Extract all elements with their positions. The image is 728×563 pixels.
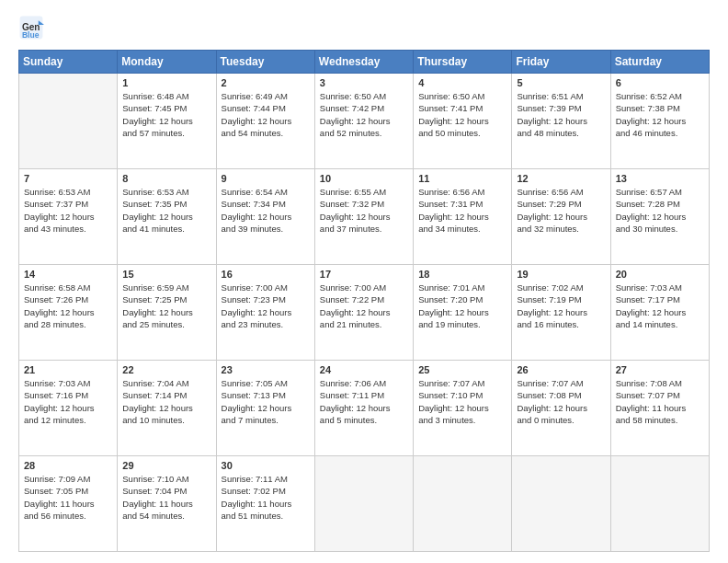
day-number: 5	[517, 77, 605, 88]
calendar-cell: 11Sunrise: 6:56 AM Sunset: 7:31 PM Dayli…	[414, 169, 512, 265]
weekday-header-row: SundayMondayTuesdayWednesdayThursdayFrid…	[19, 51, 710, 74]
week-row: 21Sunrise: 7:03 AM Sunset: 7:16 PM Dayli…	[19, 361, 710, 456]
day-number: 28	[24, 460, 112, 471]
day-number: 15	[122, 269, 210, 280]
calendar-cell: 8Sunrise: 6:53 AM Sunset: 7:35 PM Daylig…	[118, 169, 216, 265]
day-number: 25	[418, 364, 506, 375]
day-number: 4	[418, 77, 506, 88]
weekday-header: Sunday	[19, 51, 118, 74]
calendar-cell: 29Sunrise: 7:10 AM Sunset: 7:04 PM Dayli…	[118, 456, 216, 552]
calendar-cell: 16Sunrise: 7:00 AM Sunset: 7:23 PM Dayli…	[216, 265, 314, 361]
day-info: Sunrise: 7:01 AM Sunset: 7:20 PM Dayligh…	[418, 282, 506, 330]
day-info: Sunrise: 7:03 AM Sunset: 7:16 PM Dayligh…	[24, 377, 112, 426]
day-number: 13	[616, 173, 704, 184]
day-info: Sunrise: 7:07 AM Sunset: 7:10 PM Dayligh…	[418, 377, 506, 426]
calendar-cell: 14Sunrise: 6:58 AM Sunset: 7:26 PM Dayli…	[19, 265, 118, 361]
day-info: Sunrise: 7:09 AM Sunset: 7:05 PM Dayligh…	[24, 473, 112, 522]
week-row: 28Sunrise: 7:09 AM Sunset: 7:05 PM Dayli…	[19, 456, 710, 552]
day-number: 22	[122, 364, 210, 375]
calendar-cell	[414, 456, 512, 552]
day-info: Sunrise: 6:50 AM Sunset: 7:41 PM Dayligh…	[418, 90, 506, 139]
day-info: Sunrise: 7:02 AM Sunset: 7:19 PM Dayligh…	[517, 282, 605, 330]
calendar-cell: 6Sunrise: 6:52 AM Sunset: 7:38 PM Daylig…	[610, 74, 709, 169]
day-info: Sunrise: 6:50 AM Sunset: 7:42 PM Dayligh…	[320, 90, 408, 139]
day-info: Sunrise: 7:10 AM Sunset: 7:04 PM Dayligh…	[122, 473, 210, 522]
day-info: Sunrise: 6:53 AM Sunset: 7:37 PM Dayligh…	[24, 186, 112, 235]
calendar-cell: 27Sunrise: 7:08 AM Sunset: 7:07 PM Dayli…	[610, 361, 709, 456]
weekday-header: Monday	[118, 51, 216, 74]
day-info: Sunrise: 6:58 AM Sunset: 7:26 PM Dayligh…	[24, 282, 112, 330]
day-info: Sunrise: 6:49 AM Sunset: 7:44 PM Dayligh…	[222, 90, 310, 139]
day-number: 10	[320, 173, 408, 184]
calendar-cell: 30Sunrise: 7:11 AM Sunset: 7:02 PM Dayli…	[216, 456, 314, 552]
weekday-header: Saturday	[610, 51, 709, 74]
day-number: 2	[222, 77, 310, 88]
logo: Gen Blue	[18, 15, 48, 40]
day-info: Sunrise: 6:48 AM Sunset: 7:45 PM Dayligh…	[122, 90, 210, 139]
day-number: 9	[222, 173, 310, 184]
day-info: Sunrise: 7:03 AM Sunset: 7:17 PM Dayligh…	[616, 282, 704, 330]
calendar-cell: 24Sunrise: 7:06 AM Sunset: 7:11 PM Dayli…	[314, 361, 413, 456]
day-info: Sunrise: 6:59 AM Sunset: 7:25 PM Dayligh…	[122, 282, 210, 330]
day-info: Sunrise: 7:11 AM Sunset: 7:02 PM Dayligh…	[222, 473, 310, 522]
day-info: Sunrise: 7:08 AM Sunset: 7:07 PM Dayligh…	[616, 377, 704, 426]
day-info: Sunrise: 6:55 AM Sunset: 7:32 PM Dayligh…	[320, 186, 408, 235]
weekday-header: Wednesday	[314, 51, 413, 74]
calendar-cell: 9Sunrise: 6:54 AM Sunset: 7:34 PM Daylig…	[216, 169, 314, 265]
day-info: Sunrise: 6:51 AM Sunset: 7:39 PM Dayligh…	[517, 90, 605, 139]
calendar-cell: 15Sunrise: 6:59 AM Sunset: 7:25 PM Dayli…	[118, 265, 216, 361]
day-number: 7	[24, 173, 112, 184]
header: Gen Blue	[18, 15, 710, 40]
svg-text:Blue: Blue	[22, 30, 40, 40]
day-info: Sunrise: 6:53 AM Sunset: 7:35 PM Dayligh…	[122, 186, 210, 235]
calendar-table: SundayMondayTuesdayWednesdayThursdayFrid…	[18, 50, 710, 552]
day-number: 11	[418, 173, 506, 184]
day-number: 1	[122, 77, 210, 88]
calendar-cell: 28Sunrise: 7:09 AM Sunset: 7:05 PM Dayli…	[19, 456, 118, 552]
day-info: Sunrise: 7:05 AM Sunset: 7:13 PM Dayligh…	[222, 377, 310, 426]
day-number: 20	[616, 269, 704, 280]
calendar-cell: 4Sunrise: 6:50 AM Sunset: 7:41 PM Daylig…	[414, 74, 512, 169]
day-number: 6	[616, 77, 704, 88]
calendar-cell: 22Sunrise: 7:04 AM Sunset: 7:14 PM Dayli…	[118, 361, 216, 456]
calendar-cell: 2Sunrise: 6:49 AM Sunset: 7:44 PM Daylig…	[216, 74, 314, 169]
page: Gen Blue SundayMondayTuesdayWednesdayThu…	[0, 0, 728, 563]
calendar-cell: 18Sunrise: 7:01 AM Sunset: 7:20 PM Dayli…	[414, 265, 512, 361]
day-number: 27	[616, 364, 704, 375]
day-number: 14	[24, 269, 112, 280]
calendar-cell: 21Sunrise: 7:03 AM Sunset: 7:16 PM Dayli…	[19, 361, 118, 456]
calendar-cell: 10Sunrise: 6:55 AM Sunset: 7:32 PM Dayli…	[314, 169, 413, 265]
day-number: 8	[122, 173, 210, 184]
day-number: 30	[222, 460, 310, 471]
calendar-cell: 19Sunrise: 7:02 AM Sunset: 7:19 PM Dayli…	[512, 265, 610, 361]
calendar-cell: 25Sunrise: 7:07 AM Sunset: 7:10 PM Dayli…	[414, 361, 512, 456]
calendar-cell: 7Sunrise: 6:53 AM Sunset: 7:37 PM Daylig…	[19, 169, 118, 265]
day-number: 24	[320, 364, 408, 375]
day-number: 16	[222, 269, 310, 280]
day-number: 26	[517, 364, 605, 375]
weekday-header: Friday	[512, 51, 610, 74]
calendar-cell: 17Sunrise: 7:00 AM Sunset: 7:22 PM Dayli…	[314, 265, 413, 361]
calendar-cell: 12Sunrise: 6:56 AM Sunset: 7:29 PM Dayli…	[512, 169, 610, 265]
calendar-cell	[19, 74, 118, 169]
day-number: 29	[122, 460, 210, 471]
day-info: Sunrise: 7:00 AM Sunset: 7:22 PM Dayligh…	[320, 282, 408, 330]
day-info: Sunrise: 6:52 AM Sunset: 7:38 PM Dayligh…	[616, 90, 704, 139]
calendar-cell: 13Sunrise: 6:57 AM Sunset: 7:28 PM Dayli…	[610, 169, 709, 265]
day-info: Sunrise: 7:04 AM Sunset: 7:14 PM Dayligh…	[122, 377, 210, 426]
calendar-cell: 20Sunrise: 7:03 AM Sunset: 7:17 PM Dayli…	[610, 265, 709, 361]
calendar-cell: 3Sunrise: 6:50 AM Sunset: 7:42 PM Daylig…	[314, 74, 413, 169]
day-number: 3	[320, 77, 408, 88]
day-info: Sunrise: 7:06 AM Sunset: 7:11 PM Dayligh…	[320, 377, 408, 426]
week-row: 1Sunrise: 6:48 AM Sunset: 7:45 PM Daylig…	[19, 74, 710, 169]
calendar-cell: 1Sunrise: 6:48 AM Sunset: 7:45 PM Daylig…	[118, 74, 216, 169]
day-info: Sunrise: 6:56 AM Sunset: 7:31 PM Dayligh…	[418, 186, 506, 235]
day-info: Sunrise: 7:00 AM Sunset: 7:23 PM Dayligh…	[222, 282, 310, 330]
calendar-cell	[512, 456, 610, 552]
day-number: 17	[320, 269, 408, 280]
day-info: Sunrise: 7:07 AM Sunset: 7:08 PM Dayligh…	[517, 377, 605, 426]
day-number: 23	[222, 364, 310, 375]
weekday-header: Thursday	[414, 51, 512, 74]
week-row: 7Sunrise: 6:53 AM Sunset: 7:37 PM Daylig…	[19, 169, 710, 265]
calendar-cell	[610, 456, 709, 552]
